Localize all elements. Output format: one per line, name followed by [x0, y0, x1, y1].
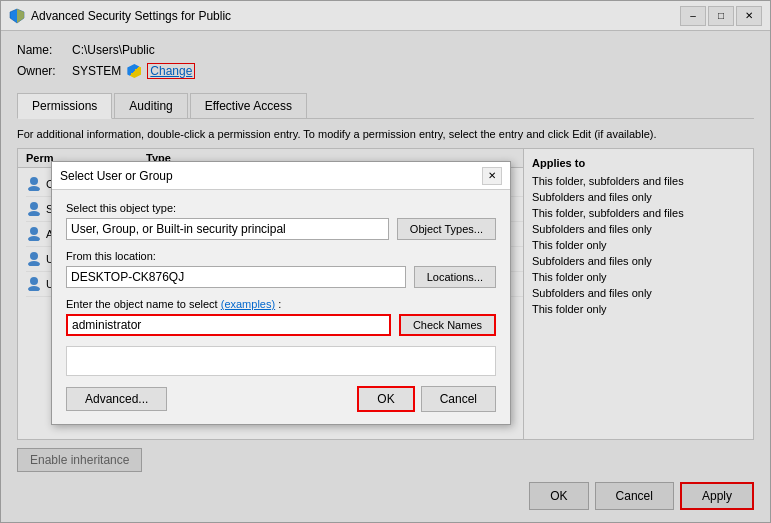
dialog-title: Select User or Group — [60, 169, 482, 183]
object-type-input[interactable] — [66, 218, 389, 240]
dialog-overlay: Select User or Group ✕ Select this objec… — [1, 1, 770, 522]
object-name-label: Enter the object name to select (example… — [66, 298, 496, 310]
select-user-dialog: Select User or Group ✕ Select this objec… — [51, 161, 511, 425]
object-name-row: Check Names — [66, 314, 496, 336]
object-name-input[interactable] — [66, 314, 391, 336]
main-window: Advanced Security Settings for Public – … — [0, 0, 771, 523]
object-type-row: Object Types... — [66, 218, 496, 240]
dialog-cancel-button[interactable]: Cancel — [421, 386, 496, 412]
dialog-ok-button[interactable]: OK — [357, 386, 414, 412]
check-names-button[interactable]: Check Names — [399, 314, 496, 336]
location-label: From this location: — [66, 250, 496, 262]
location-input[interactable] — [66, 266, 406, 288]
object-type-label: Select this object type: — [66, 202, 496, 214]
dialog-footer: Advanced... OK Cancel — [66, 386, 496, 412]
examples-link[interactable]: (examples) — [221, 298, 275, 310]
dialog-content: Select this object type: Object Types...… — [52, 190, 510, 424]
location-row: Locations... — [66, 266, 496, 288]
dialog-close-button[interactable]: ✕ — [482, 167, 502, 185]
dialog-footer-right: OK Cancel — [357, 386, 496, 412]
object-types-button[interactable]: Object Types... — [397, 218, 496, 240]
dialog-title-bar: Select User or Group ✕ — [52, 162, 510, 190]
extra-input-area[interactable] — [66, 346, 496, 376]
locations-button[interactable]: Locations... — [414, 266, 496, 288]
advanced-button[interactable]: Advanced... — [66, 387, 167, 411]
